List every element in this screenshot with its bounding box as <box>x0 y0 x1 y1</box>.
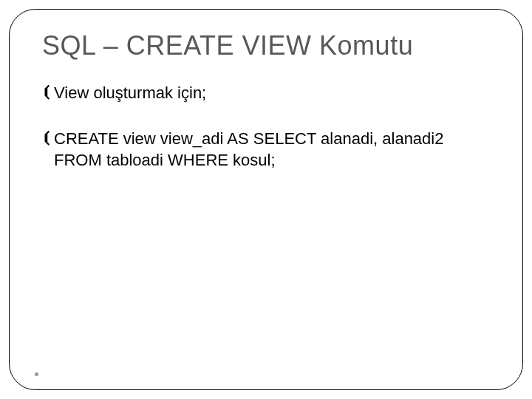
page-indicator-dot <box>35 372 38 376</box>
bullet-item: ⦗ CREATE view view_adi AS SELECT alanadi… <box>42 128 490 171</box>
slide-frame: SQL – CREATE VIEW Komutu ⦗ View oluşturm… <box>9 9 523 390</box>
bullet-text: CREATE view view_adi AS SELECT alanadi, … <box>54 128 490 171</box>
swirl-bullet-icon: ⦗ <box>42 128 51 148</box>
swirl-bullet-icon: ⦗ <box>42 82 51 102</box>
slide-title: SQL – CREATE VIEW Komutu <box>42 30 490 61</box>
slide-content: ⦗ View oluşturmak için; ⦗ CREATE view vi… <box>42 82 490 171</box>
bullet-text: View oluşturmak için; <box>54 82 490 104</box>
bullet-item: ⦗ View oluşturmak için; <box>42 82 490 104</box>
